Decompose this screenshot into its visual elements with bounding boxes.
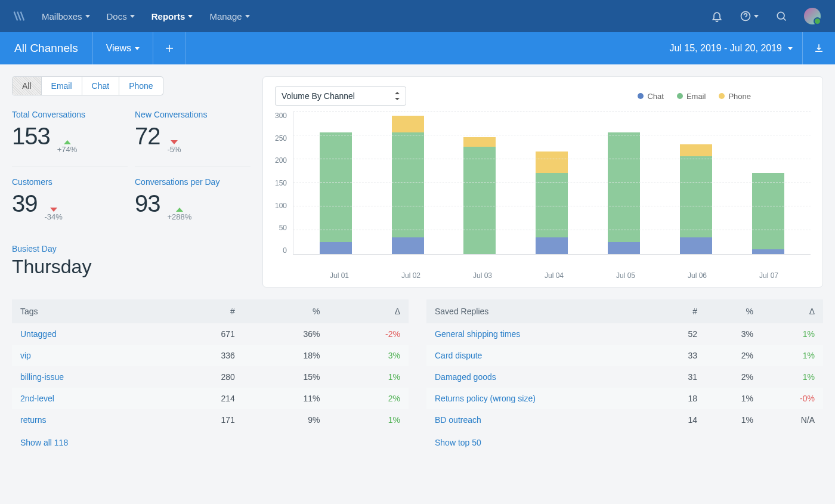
replies-show-more[interactable]: Show top 50 — [426, 431, 490, 454]
table-row: billing-issue28015%1% — [12, 366, 409, 388]
search-icon[interactable] — [775, 10, 787, 22]
tags-table: Tags # % Δ Untagged67136%-2%vip33618%3%b… — [12, 299, 409, 454]
bell-icon[interactable] — [711, 10, 723, 22]
trend-up-icon — [176, 208, 183, 212]
stat-value: 93 — [135, 190, 160, 217]
download-button[interactable] — [803, 32, 835, 64]
seg-all[interactable]: All — [13, 77, 42, 95]
seg-chat[interactable]: Chat — [82, 77, 120, 95]
help-icon[interactable] — [740, 10, 759, 22]
table-row: 2nd-level21411%2% — [12, 388, 409, 409]
row-link[interactable]: billing-issue — [12, 366, 165, 388]
sub-nav: All Channels Views Jul 15, 2019 - Jul 20… — [0, 32, 835, 64]
trend-indicator: -34% — [45, 208, 63, 221]
bar-jul-04 — [536, 151, 568, 254]
nav-mailboxes[interactable]: Mailboxes — [42, 11, 90, 21]
seg-phone[interactable]: Phone — [119, 77, 162, 95]
table-row: Untagged67136%-2% — [12, 323, 409, 345]
bar-jul-03 — [463, 137, 496, 254]
stat-customers: Customers 39 -34% — [12, 177, 128, 233]
row-link[interactable]: Card dispute — [426, 345, 655, 366]
col-count: # — [165, 299, 243, 323]
table-row: Returns policy (wrong size)181%-0% — [426, 388, 823, 409]
top-nav: Mailboxes Docs Reports Manage — [0, 0, 835, 32]
row-link[interactable]: Damaged goods — [426, 366, 655, 388]
trend-down-icon — [171, 140, 178, 144]
table-row: BD outreach141%N/A — [426, 409, 823, 431]
busiest-day-value: Thursday — [12, 256, 250, 278]
page-title: All Channels — [0, 32, 93, 64]
chevron-down-icon — [754, 15, 759, 18]
tags-show-more[interactable]: Show all 118 — [12, 431, 76, 454]
stat-label: New Conversations — [135, 110, 250, 119]
bar-jul-06 — [680, 144, 712, 254]
col-delta: Δ — [328, 299, 409, 323]
stat-label: Conversations per Day — [135, 177, 250, 187]
stat-total-conversations: Total Conversations 153 +74% — [12, 110, 128, 166]
download-icon — [814, 43, 824, 54]
trend-indicator: -5% — [168, 140, 181, 154]
chart-card: Volume By Channel Chat Email Phone 30025… — [262, 76, 823, 287]
channel-filter: All Email Chat Phone — [12, 76, 163, 95]
date-range-picker[interactable]: Jul 15, 2019 - Jul 20, 2019 — [660, 32, 803, 64]
table-row: vip33618%3% — [12, 345, 409, 366]
chevron-down-icon — [85, 15, 90, 18]
col-delta: Δ — [762, 299, 823, 323]
stat-value: 39 — [12, 190, 38, 217]
table-row: Card dispute332%1% — [426, 345, 823, 366]
chevron-down-icon — [245, 15, 250, 18]
chevron-down-icon — [788, 47, 793, 50]
row-link[interactable]: Returns policy (wrong size) — [426, 388, 655, 409]
nav-docs[interactable]: Docs — [107, 11, 135, 21]
plus-icon — [164, 43, 175, 54]
stat-label: Customers — [12, 177, 128, 187]
col-pct: % — [243, 299, 329, 323]
saved-replies-table: Saved Replies # % Δ General shipping tim… — [426, 299, 823, 454]
chevron-down-icon — [188, 15, 193, 18]
col-replies: Saved Replies — [426, 299, 655, 323]
stat-per-day: Conversations per Day 93 +288% — [135, 177, 250, 233]
table-row: Damaged goods312%1% — [426, 366, 823, 388]
row-link[interactable]: vip — [12, 345, 165, 366]
col-tags: Tags — [12, 299, 165, 323]
row-link[interactable]: Untagged — [12, 323, 165, 345]
stat-value: 153 — [12, 123, 50, 150]
nav-reports[interactable]: Reports — [151, 11, 193, 21]
legend-email: Email — [677, 92, 706, 101]
chart-plot: 300250200150100500 — [275, 112, 811, 267]
chart-legend: Chat Email Phone — [638, 92, 751, 101]
col-pct: % — [706, 299, 762, 323]
row-link[interactable]: returns — [12, 409, 165, 431]
table-row: General shipping times523%1% — [426, 323, 823, 345]
chevron-down-icon — [130, 15, 135, 18]
chevron-down-icon — [135, 47, 140, 50]
nav-manage[interactable]: Manage — [209, 11, 249, 21]
legend-chat: Chat — [638, 92, 663, 101]
stat-value: 72 — [135, 123, 160, 150]
bar-jul-01 — [320, 132, 352, 254]
bar-jul-07 — [752, 173, 784, 254]
row-link[interactable]: BD outreach — [426, 409, 655, 431]
row-link[interactable]: General shipping times — [426, 323, 655, 345]
trend-indicator: +74% — [57, 140, 78, 154]
svg-point-1 — [777, 12, 784, 19]
trend-up-icon — [64, 140, 71, 144]
seg-email[interactable]: Email — [42, 77, 82, 95]
table-row: returns1719%1% — [12, 409, 409, 431]
trend-indicator: +288% — [168, 208, 192, 221]
col-count: # — [655, 299, 706, 323]
add-button[interactable] — [153, 32, 185, 64]
views-dropdown[interactable]: Views — [93, 32, 153, 64]
row-link[interactable]: 2nd-level — [12, 388, 165, 409]
chart-type-select[interactable]: Volume By Channel — [275, 86, 406, 106]
trend-down-icon — [50, 208, 57, 212]
bar-jul-05 — [608, 132, 640, 254]
busiest-day-label: Busiest Day — [12, 244, 250, 253]
stat-label: Total Conversations — [12, 110, 128, 119]
avatar[interactable] — [804, 8, 821, 24]
logo-icon — [12, 10, 25, 23]
stat-new-conversations: New Conversations 72 -5% — [135, 110, 250, 166]
bar-jul-02 — [392, 116, 424, 254]
legend-phone: Phone — [719, 92, 751, 101]
